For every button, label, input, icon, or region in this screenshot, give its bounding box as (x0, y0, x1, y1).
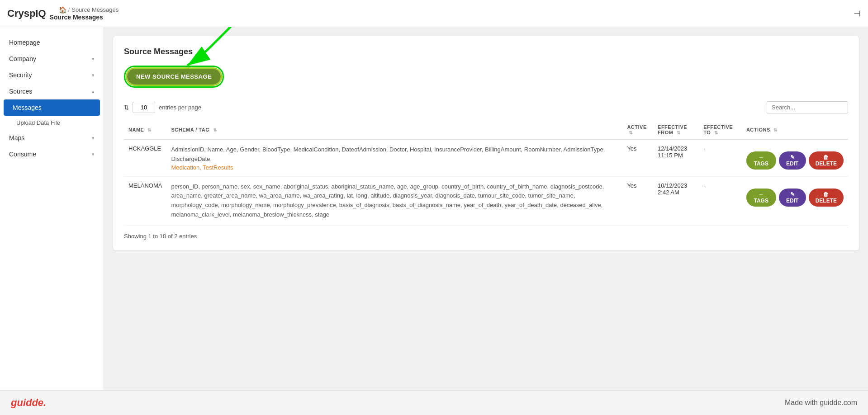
sidebar-label-company: Company (9, 55, 36, 62)
col-actions: ACTIONS ⇅ (742, 121, 848, 139)
row1-tags-button[interactable]: ↔ TAGS (746, 151, 776, 170)
sidebar-item-maps[interactable]: Maps ▾ (0, 130, 104, 146)
col-effective-from: EFFECTIVE FROM ⇅ (653, 121, 699, 139)
source-messages-table: NAME ⇅ SCHEMA / TAG ⇅ ACTIVE ⇅ EFFECTI (124, 121, 848, 226)
col-name: NAME ⇅ (124, 121, 166, 139)
logo-text: CryspIQ (7, 8, 46, 19)
main-content: Source Messages NEW SOURCE MESSAGE (104, 27, 868, 390)
table-controls: ⇅ entries per page (124, 101, 848, 113)
table-row: HCKAGGLE AdmissionID, Name, Age, Gender,… (124, 139, 848, 176)
breadcrumb-row: 🏠 / Source Messages (59, 6, 119, 14)
row1-effective-from: 12/14/2023 11:15 PM (653, 139, 699, 176)
row1-schema-link[interactable]: Medication, TestResults (171, 164, 233, 171)
sidebar-label-security: Security (9, 71, 32, 79)
row2-schema-text: person_ID, person_name, sex, sex_name, a… (171, 183, 604, 218)
sort-icon: ⇅ (124, 104, 129, 111)
home-icon[interactable]: 🏠 (59, 6, 66, 14)
row2-active: Yes (622, 176, 653, 225)
footer: guidde. Made with guidde.com (0, 390, 868, 415)
row2-effective-from: 10/12/2023 2:42 AM (653, 176, 699, 225)
top-bar: CryspIQ 🏠 / Source Messages Source Messa… (0, 0, 868, 27)
layout: Homepage Company ▾ Security ▾ Sources ▴ … (0, 27, 868, 390)
row2-effective-to: - (699, 176, 742, 225)
chevron-down-icon: ▾ (92, 151, 95, 157)
highlight-box: NEW SOURCE MESSAGE (124, 66, 224, 88)
sidebar-item-messages[interactable]: Messages (4, 99, 100, 116)
top-bar-left: CryspIQ 🏠 / Source Messages Source Messa… (7, 6, 119, 21)
chevron-up-icon: ▴ (92, 89, 95, 94)
breadcrumb: 🏠 / Source Messages Source Messages (50, 6, 119, 21)
sidebar: Homepage Company ▾ Security ▾ Sources ▴ … (0, 27, 104, 390)
chevron-down-icon: ▾ (92, 72, 95, 78)
footer-tagline: Made with guidde.com (785, 399, 857, 407)
sidebar-label-maps: Maps (9, 134, 24, 141)
logout-button[interactable]: ⊣ (854, 9, 861, 19)
row1-edit-button[interactable]: ✎ EDIT (779, 151, 806, 170)
search-input[interactable] (767, 101, 848, 113)
col-active: ACTIVE ⇅ (622, 121, 653, 139)
row1-actions: ↔ TAGS ✎ EDIT 🗑 DELETE (742, 139, 848, 176)
sidebar-label-messages: Messages (13, 104, 42, 111)
row1-schema: AdmissionID, Name, Age, Gender, BloodTyp… (166, 139, 622, 176)
row2-tags-button[interactable]: ↔ TAGS (746, 189, 776, 207)
sort-icon: ⇅ (629, 130, 633, 135)
new-source-message-button[interactable]: NEW SOURCE MESSAGE (127, 69, 221, 85)
entries-control: ⇅ entries per page (124, 102, 201, 113)
entries-per-page-input[interactable] (133, 102, 155, 113)
chevron-down-icon: ▾ (92, 56, 95, 62)
sidebar-label-upload-data-file: Upload Data File (16, 119, 60, 126)
showing-text: Showing 1 to 10 of 2 entries (124, 233, 848, 240)
entries-label: entries per page (159, 104, 201, 111)
row1-delete-button[interactable]: 🗑 DELETE (809, 151, 844, 170)
col-effective-to: EFFECTIVE TO ⇅ (699, 121, 742, 139)
sort-icon: ⇅ (714, 130, 718, 135)
row2-edit-button[interactable]: ✎ EDIT (779, 189, 806, 207)
logo: CryspIQ (7, 8, 46, 19)
sidebar-item-upload-data-file[interactable]: Upload Data File (0, 116, 104, 130)
sidebar-item-homepage[interactable]: Homepage (0, 34, 104, 51)
row1-actions-cell: ↔ TAGS ✎ EDIT 🗑 DELETE (746, 145, 844, 170)
sidebar-label-homepage: Homepage (9, 39, 40, 46)
new-source-area: NEW SOURCE MESSAGE (124, 66, 224, 88)
content-card: Source Messages NEW SOURCE MESSAGE (113, 36, 859, 250)
sort-icon: ⇅ (677, 130, 681, 135)
sidebar-item-company[interactable]: Company ▾ (0, 51, 104, 67)
breadcrumb-current: Source Messages (50, 14, 119, 21)
sidebar-item-sources[interactable]: Sources ▴ (0, 83, 104, 99)
table-header-row: NAME ⇅ SCHEMA / TAG ⇅ ACTIVE ⇅ EFFECTI (124, 121, 848, 139)
row2-actions: ↔ TAGS ✎ EDIT 🗑 DELETE (742, 176, 848, 225)
row2-actions-cell: ↔ TAGS ✎ EDIT 🗑 DELETE (746, 182, 844, 207)
sidebar-label-consume: Consume (9, 151, 36, 158)
sidebar-label-sources: Sources (9, 88, 32, 95)
sort-icon: ⇅ (773, 127, 778, 132)
breadcrumb-parent: Source Messages (71, 6, 119, 13)
sort-icon: ⇅ (213, 127, 217, 132)
row1-effective-to: - (699, 139, 742, 176)
chevron-down-icon: ▾ (92, 135, 95, 141)
col-schema: SCHEMA / TAG ⇅ (166, 121, 622, 139)
sidebar-item-security[interactable]: Security ▾ (0, 67, 104, 83)
row2-schema: person_ID, person_name, sex, sex_name, a… (166, 176, 622, 225)
row2-name: MELANOMA (124, 176, 166, 225)
row2-delete-button[interactable]: 🗑 DELETE (809, 189, 844, 207)
breadcrumb-sep: / (68, 6, 70, 13)
sort-icon: ⇅ (147, 127, 152, 132)
sidebar-item-consume[interactable]: Consume ▾ (0, 146, 104, 162)
row1-active: Yes (622, 139, 653, 176)
card-title: Source Messages (124, 47, 848, 57)
row1-schema-text: AdmissionID, Name, Age, Gender, BloodTyp… (171, 146, 605, 162)
row1-name: HCKAGGLE (124, 139, 166, 176)
footer-logo: guidde. (11, 397, 46, 409)
table-row: MELANOMA person_ID, person_name, sex, se… (124, 176, 848, 225)
